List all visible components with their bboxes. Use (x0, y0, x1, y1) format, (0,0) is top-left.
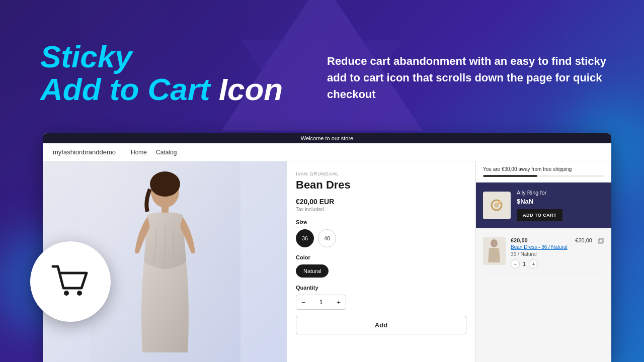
qty-increase-btn[interactable]: + (332, 295, 346, 309)
svg-point-1 (77, 291, 82, 296)
cart-icon (50, 264, 91, 299)
svg-point-10 (491, 239, 498, 247)
sticky-add-to-cart-btn[interactable]: ADD TO CART (517, 209, 562, 221)
cart-item-qty-control: − 1 + (511, 259, 570, 268)
shipping-progress-fill (483, 175, 537, 177)
cart-qty-value: 1 (523, 261, 526, 267)
cart-item-total: €20,00 (575, 237, 592, 243)
svg-point-0 (64, 291, 69, 296)
headline-icon-text: Icon (219, 72, 283, 107)
cart-items-section: €20,00 Bean Dress - 36 / Natural 36 / Na… (476, 228, 611, 362)
shipping-progress (483, 175, 604, 177)
headline-add-cyan: Add to Cart (40, 72, 210, 107)
copy-icon (597, 237, 604, 244)
shipping-text: You are €30,00 away from free shipping (483, 166, 572, 172)
cart-item: €20,00 Bean Dress - 36 / Natural 36 / Na… (483, 233, 604, 273)
product-price: €20,00 EUR (296, 198, 466, 206)
cart-item-thumb (483, 237, 506, 265)
product-tax: Tax included. (296, 207, 466, 212)
quantity-section: − 1 + (296, 295, 466, 310)
headline-add: Add to Cart Icon (40, 73, 283, 106)
cart-circle-button[interactable] (30, 241, 111, 322)
cart-delete-btn[interactable] (597, 237, 604, 246)
sticky-product-price: $NaN (517, 198, 604, 205)
nav-catalog[interactable]: Catalog (156, 149, 177, 156)
svg-rect-12 (599, 238, 603, 242)
cart-item-variant: 36 / Natural (511, 251, 570, 257)
sticky-product-thumb (483, 192, 511, 219)
cart-qty-decrease[interactable]: − (511, 259, 520, 268)
store-banner: Welcome to our store (43, 133, 611, 143)
product-name: Bean Dres (296, 178, 466, 192)
store-nav-links: Home Catalog (131, 149, 177, 156)
nav-home[interactable]: Home (131, 149, 147, 156)
add-to-cart-main-btn[interactable]: Add (296, 316, 466, 334)
ring-icon (488, 197, 506, 214)
hero-description: Reduce cart abandonment with an easy to … (327, 53, 614, 103)
size-label: Size (296, 219, 466, 225)
sticky-cart-panel: You are €30,00 away from free shipping A… (475, 161, 611, 362)
qty-value: 1 (310, 299, 332, 306)
quantity-control: − 1 + (296, 295, 346, 310)
svg-point-4 (150, 171, 180, 197)
product-details: IVAN GRUNDAHL Bean Dres €20,00 EUR Tax i… (287, 161, 475, 362)
hero-headline: Sticky Add to Cart Icon (40, 40, 283, 106)
cart-item-details: €20,00 Bean Dress - 36 / Natural 36 / Na… (511, 237, 570, 268)
color-label: Color (296, 254, 466, 260)
product-image (90, 161, 240, 362)
store-nav: myfashionbranddemo Home Catalog (43, 143, 611, 161)
size-options: 36 40 (296, 229, 466, 247)
free-shipping-bar: You are €30,00 away from free shipping (476, 161, 611, 183)
store-content: IVAN GRUNDAHL Bean Dres €20,00 EUR Tax i… (43, 161, 611, 362)
sticky-product-name: Ally Ring for (517, 190, 604, 196)
qty-decrease-btn[interactable]: − (296, 295, 310, 309)
cart-item-image (483, 237, 506, 265)
size-btn-40[interactable]: 40 (318, 229, 336, 247)
browser-window: Welcome to our store myfashionbranddemo … (43, 133, 611, 362)
headline-sticky: Sticky (40, 40, 283, 73)
quantity-label: Quantity (296, 285, 466, 291)
color-options: Natural (296, 264, 466, 278)
cart-item-price: €20,00 (511, 237, 570, 243)
sticky-product-info: Ally Ring for $NaN ADD TO CART (517, 190, 604, 221)
store-brand: myfashionbranddemo (53, 148, 116, 156)
color-btn-natural[interactable]: Natural (296, 264, 329, 278)
product-brand: IVAN GRUNDAHL (296, 171, 466, 176)
size-btn-36[interactable]: 36 (296, 229, 314, 247)
sticky-product-card: Ally Ring for $NaN ADD TO CART (476, 183, 611, 228)
cart-item-name[interactable]: Bean Dress - 36 / Natural (511, 244, 570, 250)
svg-rect-11 (598, 239, 602, 243)
cart-qty-increase[interactable]: + (529, 259, 538, 268)
